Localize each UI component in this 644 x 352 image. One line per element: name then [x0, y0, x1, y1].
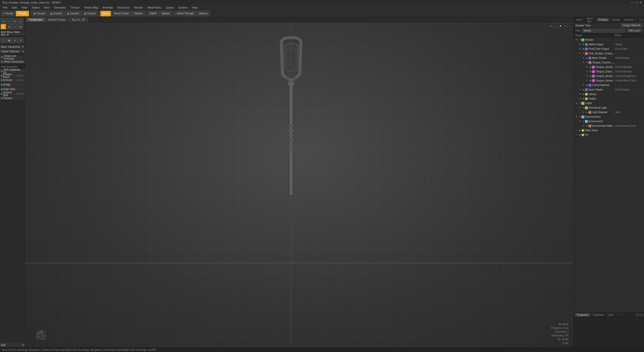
convert-button-2[interactable]: ▣ Convert: [48, 11, 64, 16]
tool-grid[interactable]: ⊞: [6, 24, 12, 29]
tree-row-basecolor[interactable]: 👁 ▶ T Tongue_cleaner_Orange_BaseColor (G…: [574, 78, 644, 83]
expand-arrow[interactable]: ▶: [582, 89, 585, 91]
eye-icon[interactable]: 👁: [582, 61, 585, 64]
tab-perspective[interactable]: Perspective: [26, 18, 45, 22]
tab-add[interactable]: +: [616, 313, 621, 317]
add-layer-button[interactable]: Add Layer: [626, 29, 642, 32]
expand-arrow[interactable]: ▼: [579, 116, 581, 118]
tree-row-roughness[interactable]: 👁 ▶ T Tongue_cleaner_Orange_Roughness (G…: [574, 74, 644, 78]
eye-icon[interactable]: 👁: [575, 38, 578, 42]
tree-row-alpha[interactable]: 👁 ▶ O Alpha Output Alpha: [574, 42, 644, 47]
eye-icon[interactable]: 👁: [578, 106, 582, 110]
menu-item-render[interactable]: Render: [132, 6, 145, 10]
nav-cube[interactable]: F T R: [33, 328, 47, 342]
falloff-button[interactable]: Falloff: [147, 11, 158, 16]
edit-button[interactable]: Edit ▼: [0, 343, 25, 347]
select-through-button[interactable]: Select Through: [175, 11, 196, 16]
eye-icon[interactable]: 👁: [578, 120, 582, 123]
tree-row-baseshader2[interactable]: 👁 ▶ S Base Shader Full Shading: [574, 87, 644, 92]
expand-arrow[interactable]: ▼: [579, 39, 581, 41]
expand-arrow[interactable]: ▼: [582, 120, 585, 123]
eye-icon[interactable]: 👁: [582, 111, 585, 114]
tree-row-envmat[interactable]: 👁 ▶ M Environment Material Environment C…: [574, 124, 644, 128]
eye-icon[interactable]: 👁: [585, 74, 589, 78]
panel-icon-2[interactable]: ⊕: [640, 18, 643, 22]
tree-row-bake[interactable]: 👁 ▶ 📁 Bake Items: [574, 128, 644, 133]
menu-item-geometry[interactable]: Geometry: [52, 6, 68, 10]
tree-row-finalcolor[interactable]: 👁 ▶ O Final Color Output Final Color: [574, 47, 644, 51]
convert-button-3[interactable]: ▣ Convert: [65, 11, 81, 16]
extrude-button[interactable]: Extrude Shift+X: [0, 78, 25, 82]
tree-row-bump[interactable]: 👁 ▶ T Tongue_Cleaner_MAT_bump_baked (Gro…: [574, 69, 644, 74]
tool-sculpt[interactable]: ✦: [1, 24, 6, 29]
tree-row-nodes[interactable]: 👁 ▶ 📁 Nodes: [574, 97, 644, 101]
eye-icon[interactable]: 👁: [578, 43, 582, 46]
tool-circle[interactable]: ⊙: [12, 37, 18, 43]
expand-arrow[interactable]: ▶: [589, 79, 592, 82]
expand-arrow[interactable]: ▶: [579, 134, 581, 136]
eye-icon[interactable]: 👁: [575, 102, 578, 105]
expand-arrow[interactable]: ▶: [586, 57, 588, 59]
eye-icon[interactable]: 👁: [578, 93, 582, 96]
tree-row-render[interactable]: 👁 ▼ R Render: [574, 38, 644, 42]
expand-arrow[interactable]: ▶: [582, 48, 585, 50]
expand-arrow[interactable]: ▶: [582, 43, 585, 46]
mesh-constraints-button[interactable]: ☑ Mesh Constraints: [0, 60, 25, 64]
eye-icon[interactable]: 👁: [582, 124, 585, 128]
items-button[interactable]: Items: [100, 11, 111, 16]
viewport-canvas[interactable]: ⊞ ◎ ▣ ⚙ ⊕: [25, 23, 574, 347]
sculpt-button[interactable]: ✦ Sculpt: [1, 11, 15, 16]
thicken-button[interactable]: Thicken: [0, 96, 25, 101]
menu-item-dynamics[interactable]: Dynamics: [115, 6, 132, 10]
maximize-button[interactable]: □: [636, 1, 637, 4]
tree-row-lights[interactable]: 👁 ▼ L Lights: [574, 101, 644, 106]
more-transforms-button[interactable]: More Transforms ▼: [0, 45, 25, 49]
eye-icon[interactable]: 👁: [582, 56, 585, 60]
expand-arrow[interactable]: ▶: [586, 125, 588, 127]
menu-item-layout[interactable]: Layout: [164, 6, 176, 10]
tree-row-unreal[interactable]: 👁 ▶ S Unreal Material: [574, 83, 644, 87]
expand-arrow[interactable]: ▼: [579, 102, 581, 105]
vp-icon-3[interactable]: ▣: [558, 24, 562, 28]
menu-item-vertex-map[interactable]: Vertex Map: [82, 6, 100, 10]
expand-arrow[interactable]: ▶: [589, 66, 592, 68]
vp-icon-4[interactable]: ⚙: [563, 24, 567, 28]
tree-row-mat[interactable]: 👁 ▼ M Tongue_Cleaner_MAT (Material): [574, 60, 644, 65]
expand-arrow[interactable]: ▶: [579, 129, 581, 132]
eye-icon[interactable]: 👁: [575, 129, 578, 132]
smooth-shift-button[interactable]: Smooth Shift Shift+W: [0, 92, 25, 96]
eye-icon[interactable]: 👁: [582, 83, 585, 87]
expand-arrow[interactable]: ▼: [582, 52, 585, 55]
expand-arrow[interactable]: ▼: [586, 61, 588, 64]
assign-material-button[interactable]: Assign Material: [621, 23, 642, 27]
filter-input[interactable]: [582, 29, 625, 33]
tab-shaded[interactable]: Shaded Texture: [45, 18, 68, 22]
tree-row-lightmat[interactable]: 👁 ▶ M Light Material (all): [574, 110, 644, 115]
tool-x[interactable]: ⊗: [18, 24, 23, 29]
menu-item-item[interactable]: Item: [42, 6, 51, 10]
vp-icon-5[interactable]: ⊕: [568, 24, 572, 28]
panel-icon-add[interactable]: ⊕: [639, 313, 643, 317]
eye-icon[interactable]: 👁: [578, 52, 582, 55]
expand-arrow[interactable]: ▶: [586, 84, 588, 86]
expand-arrow[interactable]: ▶: [582, 98, 585, 100]
menu-item-help[interactable]: Help: [190, 6, 200, 10]
menu-item-system[interactable]: System: [176, 6, 190, 10]
menu-item-animate[interactable]: Animate: [101, 6, 115, 10]
eye-icon[interactable]: 👁: [575, 133, 578, 137]
expand-arrow[interactable]: ▶: [589, 70, 592, 73]
options-button-2[interactable]: Options: [159, 11, 172, 16]
menu-item-edit[interactable]: Edit: [10, 6, 19, 10]
menu-item-texture[interactable]: Texture: [69, 6, 82, 10]
eye-icon[interactable]: 👁: [578, 47, 582, 51]
eye-icon[interactable]: 👁: [575, 115, 578, 119]
tab-mesh-ops[interactable]: Mesh Ops: [585, 17, 596, 23]
tab-raygl[interactable]: Ray GL: Off: [69, 18, 88, 22]
options-button-3[interactable]: Options: [196, 11, 210, 16]
tool-move[interactable]: ○: [6, 18, 12, 24]
convert-button-1[interactable]: ▣ Convert: [31, 11, 48, 16]
tree-row-baseshader1[interactable]: 👁 ▶ S Base Shader Full Shading: [574, 56, 644, 60]
tree-row-fx[interactable]: 👁 ▶ 📁 FX: [574, 133, 644, 137]
eye-icon[interactable]: 👁: [585, 65, 589, 69]
item-menu-button[interactable]: Item Menu: New Item ▼: [0, 31, 25, 36]
